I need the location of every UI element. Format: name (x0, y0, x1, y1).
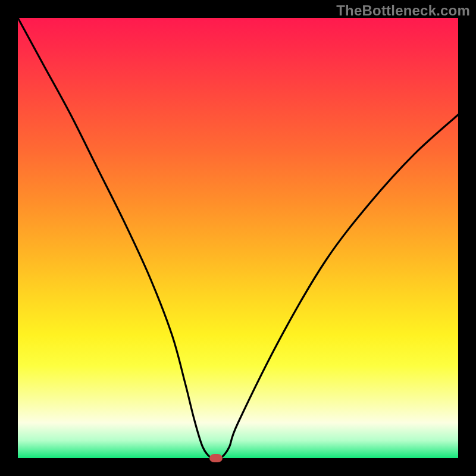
plot-area (18, 18, 458, 458)
bottleneck-curve (18, 18, 458, 458)
chart-frame: TheBottleneck.com (0, 0, 476, 476)
minimum-marker (209, 454, 223, 462)
watermark-text: TheBottleneck.com (336, 2, 470, 19)
